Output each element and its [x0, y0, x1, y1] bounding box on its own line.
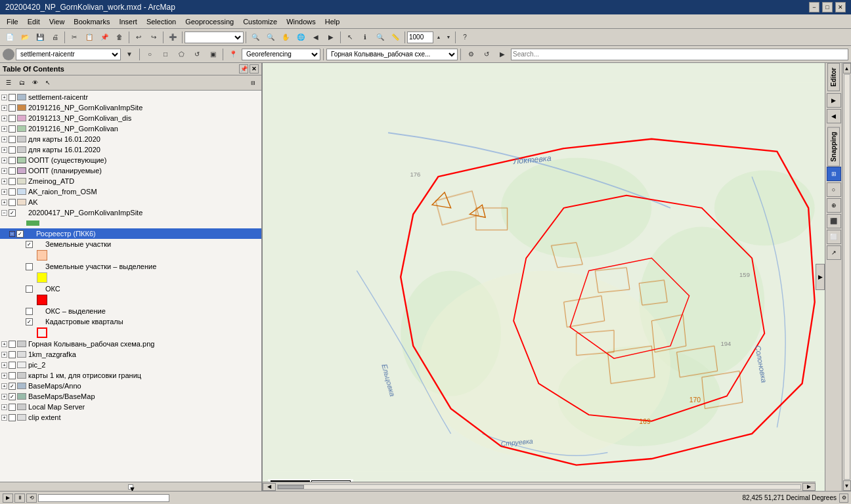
- menu-selection[interactable]: Selection: [142, 16, 180, 27]
- expand-karty-1km[interactable]: [1, 373, 7, 379]
- draw-rotate[interactable]: ↺: [190, 47, 204, 62]
- map-hscrollbar[interactable]: ◀ ▶: [263, 482, 816, 491]
- status-btn-3[interactable]: ⟲: [26, 494, 37, 503]
- hscroll-left[interactable]: ◀: [263, 483, 276, 491]
- menu-windows[interactable]: Windows: [282, 16, 320, 27]
- toc-visibility-btn[interactable]: 👁: [29, 77, 41, 89]
- draw-circle[interactable]: ○: [142, 47, 157, 62]
- check-kad-kv[interactable]: [26, 318, 33, 326]
- paste-btn[interactable]: 📌: [97, 30, 112, 45]
- expand-zmeinog[interactable]: [1, 178, 7, 184]
- check-basemaps-anno[interactable]: [9, 383, 16, 390]
- scale-select[interactable]: 1:40 000: [185, 32, 244, 43]
- draw-rect[interactable]: □: [158, 47, 173, 62]
- vscroll-track[interactable]: [844, 74, 850, 480]
- layer-pic2[interactable]: pic_2: [0, 360, 261, 370]
- check-clip-extent[interactable]: [9, 414, 16, 421]
- map-vscrollbar[interactable]: ▲ ▼: [842, 63, 851, 491]
- layer-clip-extent[interactable]: clip extent: [0, 412, 261, 423]
- check-karta2[interactable]: [9, 146, 16, 154]
- layer-oks-vyd[interactable]: ОКС – выделение: [0, 306, 261, 316]
- check-pic2[interactable]: [9, 362, 16, 369]
- layer-local-map-server[interactable]: Local Map Server: [0, 402, 261, 412]
- layer-20191216-gk[interactable]: 20191216_NP_GornKolivan: [0, 123, 261, 134]
- check-20191216-gk[interactable]: [9, 125, 16, 133]
- back-btn[interactable]: ◀: [309, 30, 323, 45]
- full-extent-btn[interactable]: 🌐: [294, 30, 308, 45]
- vscroll-up[interactable]: ▲: [843, 63, 851, 74]
- select-btn[interactable]: ↖: [343, 30, 357, 45]
- layer-basemaps-anno[interactable]: BaseMaps/Anno: [0, 381, 261, 391]
- hscroll-right[interactable]: ▶: [802, 483, 816, 491]
- layer-rosreestr[interactable]: Росреестр (ПКК6): [0, 228, 261, 239]
- layer-select-arrow[interactable]: ▼: [122, 47, 137, 62]
- map-area[interactable]: Локтевка Ельцовка Солоновка Струевка 176…: [263, 63, 825, 491]
- extra-btn3[interactable]: ▶: [495, 47, 510, 62]
- draw-btn1[interactable]: [3, 49, 14, 60]
- toc-scroll-down[interactable]: ▼: [128, 484, 133, 490]
- minimize-button[interactable]: −: [809, 2, 819, 12]
- extra-btn1[interactable]: ⚙: [464, 47, 478, 62]
- zoom-out-btn[interactable]: 🔍: [263, 30, 278, 45]
- menu-view[interactable]: View: [45, 16, 69, 27]
- forward-btn[interactable]: ▶: [324, 30, 338, 45]
- layer-settlement-raicentr[interactable]: settlement-raicentr: [0, 92, 261, 102]
- layer-20191213-dis[interactable]: 20191213_NP_GornKolivan_dis: [0, 113, 261, 123]
- layer-ak[interactable]: AK: [0, 197, 261, 207]
- pan-btn[interactable]: ✋: [278, 30, 293, 45]
- toc-close-btn[interactable]: ✕: [250, 64, 259, 74]
- layer-zmeinog[interactable]: Zmeinog_ATD: [0, 176, 261, 186]
- snapping-tab[interactable]: Snapping: [827, 127, 840, 167]
- expand-karta1[interactable]: [1, 136, 7, 142]
- layer-gorn-schema[interactable]: Горная Колывань_рабочая схема.png: [0, 339, 261, 349]
- menu-bookmarks[interactable]: Bookmarks: [70, 16, 114, 27]
- copy-btn[interactable]: 📋: [82, 30, 97, 45]
- layer-ak-raion[interactable]: AK_raion_from_OSM: [0, 186, 261, 197]
- right-btn-1[interactable]: ▶: [827, 93, 841, 108]
- menu-geoprocessing[interactable]: Geoprocessing: [181, 16, 238, 27]
- expand-ak[interactable]: [1, 200, 7, 205]
- toc-collapse-btn[interactable]: ⊟: [247, 77, 259, 89]
- expand-karta2[interactable]: [1, 147, 7, 153]
- snap-btn-6[interactable]: ↗: [827, 245, 841, 260]
- snap-down[interactable]: ▼: [444, 30, 453, 45]
- layer-1km[interactable]: 1km_razgrafka: [0, 349, 261, 360]
- expand-oopt-exist[interactable]: [1, 158, 7, 163]
- layer-20191216-imp[interactable]: 20191216_NP_GornKolivanImpSite: [0, 102, 261, 113]
- snap-up[interactable]: ▲: [434, 30, 443, 45]
- identify-btn[interactable]: ℹ: [358, 30, 372, 45]
- status-btn-1[interactable]: ▶: [3, 494, 13, 503]
- schema-select[interactable]: Горная Колывань_рабочая схе...: [326, 49, 458, 60]
- toc-source-view-btn[interactable]: 🗂: [16, 77, 28, 89]
- layer-karta1[interactable]: для карты 16.01.2020: [0, 134, 261, 144]
- georef-select[interactable]: Georeferencing: [242, 49, 320, 60]
- map-scroll-right[interactable]: ▶: [816, 264, 825, 290]
- draw-input[interactable]: ▣: [206, 47, 220, 62]
- redo-btn[interactable]: ↪: [146, 30, 161, 45]
- extra-btn2[interactable]: ↺: [479, 47, 494, 62]
- check-1km[interactable]: [9, 351, 16, 358]
- expand-20191213[interactable]: [1, 116, 7, 121]
- hscroll-track[interactable]: [277, 484, 801, 490]
- snap-btn-3[interactable]: ⊕: [827, 198, 841, 213]
- expand-pic2[interactable]: [1, 362, 7, 368]
- layer-basemaps-base[interactable]: BaseMaps/BaseMap: [0, 391, 261, 402]
- expand-20200417-imp[interactable]: [1, 210, 7, 216]
- layer-zem-uch[interactable]: Земельные участки: [0, 239, 261, 249]
- undo-btn[interactable]: ↩: [131, 30, 146, 45]
- check-oopt-exist[interactable]: [9, 157, 16, 164]
- measure-btn[interactable]: 📏: [388, 30, 403, 45]
- check-oks-vyd[interactable]: [26, 308, 33, 315]
- open-btn[interactable]: 📂: [18, 30, 32, 45]
- print-btn[interactable]: 🖨: [48, 30, 62, 45]
- check-zmeinog[interactable]: [9, 178, 16, 185]
- snap-btn-2[interactable]: ○: [827, 182, 841, 197]
- add-data-btn[interactable]: ➕: [165, 30, 180, 45]
- close-button[interactable]: ✕: [835, 2, 846, 12]
- check-karta1[interactable]: [9, 136, 16, 143]
- expand-20191216-imp[interactable]: [1, 105, 7, 111]
- snap-btn-5[interactable]: ⬜: [827, 230, 841, 244]
- check-ak[interactable]: [9, 199, 16, 206]
- expand-ak-raion[interactable]: [1, 189, 7, 195]
- layer-oopt-plan[interactable]: ООПТ (планируемые): [0, 165, 261, 176]
